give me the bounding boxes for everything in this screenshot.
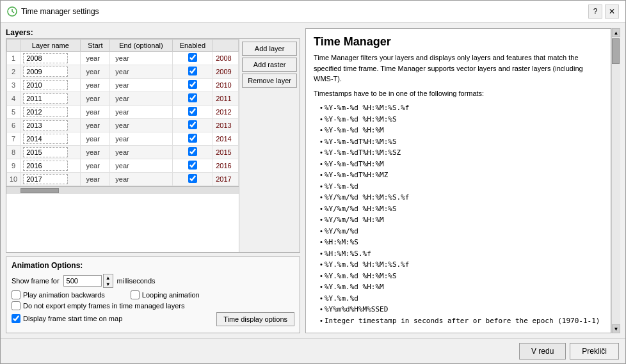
enabled-cell [172,132,213,146]
animation-title: Animation Options: [12,261,294,270]
end-cell: year [110,52,172,65]
enabled-cell [172,106,213,119]
enabled-checkbox[interactable] [188,147,197,156]
frame-input-group: ▲ ▼ [63,274,113,288]
col-layer-name: Layer name [20,40,81,52]
scroll-track [612,37,620,324]
enabled-checkbox[interactable] [188,80,197,89]
help-title: Time Manager [314,35,603,49]
play-backwards-checkbox[interactable] [12,290,20,299]
val-cell: 2008 [213,52,239,65]
horizontal-scrollbar[interactable] [6,186,239,194]
row-num: 9 [7,159,20,173]
end-cell: year [110,65,172,79]
right-panel: Time Manager Time Manager filters your l… [305,28,611,333]
list-item: %Y-%m-%dT%H:%MZ [320,170,603,181]
table-row: 1 year year 2008 [7,52,239,65]
layer-name-cell [20,146,81,159]
end-value: year [113,162,131,170]
end-cell: year [110,106,172,119]
milliseconds-label: milliseconds [117,277,156,285]
start-cell: year [81,173,110,186]
row-num: 5 [7,106,20,119]
close-button[interactable]: ✕ [605,4,619,19]
spinner-up-button[interactable]: ▲ [104,274,113,281]
start-cell: year [81,65,110,79]
layer-name-cell [20,79,81,92]
looping-checkbox[interactable] [131,290,140,299]
list-item: %Y-%m-%d %H:%M:%S.%f [320,102,603,114]
layer-name-input[interactable] [23,93,68,104]
layer-name-input[interactable] [23,53,68,63]
no-export-empty-label[interactable]: Do not export empty frames in time manag… [23,302,185,310]
layers-label: Layers: [6,28,300,37]
play-backwards-label[interactable]: Play animation backwards [23,291,105,299]
display-frame-start-checkbox[interactable] [12,314,20,323]
enabled-checkbox[interactable] [188,161,197,170]
enabled-cell [172,119,213,132]
layer-name-input[interactable] [23,80,68,90]
enabled-checkbox[interactable] [188,93,197,102]
layer-name-input[interactable] [23,120,68,131]
start-value: year [83,148,102,156]
start-cell: year [81,106,110,119]
enabled-checkbox[interactable] [188,134,197,143]
end-value: year [113,135,131,143]
right-scrollbar[interactable]: ▲ ▼ [611,28,620,333]
enabled-cell [172,146,213,159]
table-row: 10 year year 2017 [7,173,239,186]
enabled-checkbox[interactable] [188,107,197,116]
scroll-thumb[interactable] [612,38,620,64]
list-item: %Y-%m-%dT%H:%M:%SZ [320,147,603,159]
add-raster-button[interactable]: Add raster [242,58,297,72]
table-wrapper[interactable]: Layer name Start End (optional) Enabled … [6,39,239,252]
val-cell: 2017 [213,173,239,186]
layer-name-cell [20,65,81,79]
looping-label[interactable]: Looping animation [142,291,200,299]
end-value: year [113,122,131,129]
enabled-checkbox[interactable] [188,67,197,75]
dialog-body: Layers: Layer name Start End (optional) … [1,23,625,338]
start-value: year [83,122,102,129]
year-val: 2016 [216,162,231,170]
help-body: Time Manager filters your layers and dis… [314,52,603,326]
spinner-down-button[interactable]: ▼ [104,281,113,287]
list-item: %Y-%m-%d [320,181,603,193]
start-cell: year [81,159,110,173]
right-panel-inner: Time Manager Time Manager filters your l… [305,28,620,333]
help-button[interactable]: ? [588,4,602,19]
title-bar-right: ? ✕ [588,4,619,19]
layer-name-input[interactable] [23,107,68,117]
display-frame-start-label[interactable]: Display frame start time on map [23,315,122,322]
scroll-up-button[interactable]: ▲ [612,28,620,37]
enabled-checkbox[interactable] [188,120,197,129]
end-cell: year [110,132,172,146]
remove-layer-button[interactable]: Remove layer [242,74,297,88]
layers-container: Layer name Start End (optional) Enabled … [6,38,300,253]
scroll-down-button[interactable]: ▼ [612,324,620,333]
layer-name-input[interactable] [23,147,68,157]
add-layer-button[interactable]: Add layer [242,42,297,56]
layer-name-input[interactable] [23,161,68,171]
enabled-checkbox[interactable] [188,174,197,183]
layer-name-input[interactable] [23,67,68,77]
scrollbar-thumb[interactable] [20,188,59,193]
list-item: %Y-%m-%d %H:%M [320,125,603,136]
layer-name-input[interactable] [23,174,68,184]
year-val: 2014 [216,135,231,143]
end-cell: year [110,146,172,159]
layer-name-cell [20,119,81,132]
ok-button[interactable]: V redu [519,343,566,360]
layer-name-cell [20,106,81,119]
time-display-options-button[interactable]: Time display options [216,312,294,326]
enabled-checkbox[interactable] [188,53,197,62]
start-value: year [83,54,102,62]
year-val: 2012 [216,108,231,116]
layer-name-input[interactable] [23,134,68,144]
cancel-button[interactable]: Prekliči [570,343,619,360]
enabled-cell [172,159,213,173]
list-item: %Y%m%d%H%M%SSED [320,304,603,315]
frame-value-input[interactable] [63,275,102,287]
list-item: %Y-%m-%dT%H:%M:%S [320,136,603,148]
no-export-empty-checkbox[interactable] [12,301,20,310]
